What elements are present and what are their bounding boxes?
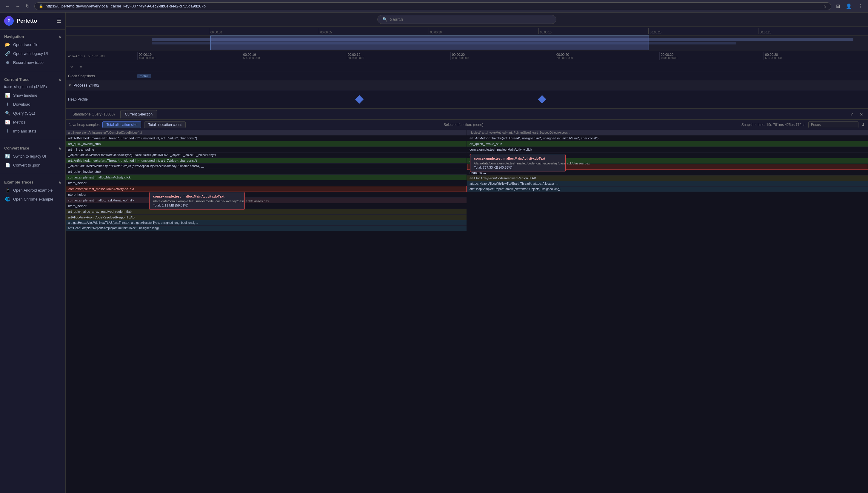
fg-row-r-0[interactable]: _jobject* art::InvokeMethod<(art::Pointe… <box>467 130 868 135</box>
fg-row-l-15[interactable]: artAllocArrayFromCodeResolvedRegionTLAB <box>66 215 467 220</box>
navigation-section-header[interactable]: Navigation ∧ <box>0 33 65 40</box>
browser-nav-buttons: ← → ↻ <box>4 3 31 9</box>
minimap-canvas[interactable] <box>137 36 868 50</box>
tab-close-icon[interactable]: ✕ <box>857 111 866 118</box>
flamegraph-download-icon[interactable]: ⬇ <box>862 122 865 127</box>
switch-icon: 🔄 <box>5 154 10 158</box>
search-input-wrap[interactable]: 🔍 <box>377 15 556 24</box>
sidebar-item-convert-json[interactable]: 📄 Convert to .json <box>0 160 65 170</box>
ruler-tick-5: 00:00:25 <box>758 28 868 34</box>
fg-row-l-13[interactable]: nterp_helper <box>66 203 467 209</box>
fg-row-l-2[interactable]: art_quick_invoke_stub <box>66 141 467 147</box>
sidebar-item-query-sql[interactable]: 🔍 Query (SQL) <box>0 109 65 117</box>
fg-row-l-4[interactable]: _jobject* art::JniMethodStart<(art::JniV… <box>66 152 467 158</box>
ruler-tick-3: 00:00:15 <box>538 28 648 34</box>
time-marker-5: 00:00:20 200 000 000 <box>555 52 659 60</box>
bottom-panel: Standalone Query (10000) Current Selecti… <box>66 108 868 234</box>
search-input[interactable] <box>390 17 551 22</box>
flamegraph-controls: Java heap samples Total allocation size … <box>66 120 868 130</box>
minimap[interactable] <box>66 36 868 50</box>
sidebar-item-open-trace[interactable]: 📂 Open trace file <box>0 40 65 49</box>
fg-row-r-6[interactable]: com.example.test_malloc.MainActivity.doT… <box>467 164 868 170</box>
refresh-button[interactable]: ↻ <box>24 3 31 9</box>
tab-expand-icon[interactable]: ⤢ <box>848 111 856 118</box>
process-row[interactable]: ▼ Process 24492 <box>66 80 868 90</box>
profile-icon[interactable]: 👤 <box>844 3 854 9</box>
sidebar-item-metrics[interactable]: 📈 Metrics <box>0 117 65 127</box>
fg-row-l-16[interactable]: art::gc::Heap::AllocWithNewTLAB(art::Thr… <box>66 220 467 226</box>
example-traces-chevron-icon: ∧ <box>59 180 61 185</box>
sidebar-item-chrome-example[interactable]: 🌐 Open Chrome example <box>0 195 65 203</box>
time-marker-7: 00:00:20 600 000 000 <box>764 52 868 60</box>
fg-row-l-6[interactable]: _jobject* art::InvokeMethod<(art::Pointe… <box>66 164 467 169</box>
total-allocation-count-button[interactable]: Total allocation count <box>144 122 185 128</box>
fg-row-l-3[interactable]: art_jni_trampoline <box>66 147 467 152</box>
menu-icon[interactable]: ⋮ <box>856 3 864 9</box>
lock-icon: 🔒 <box>39 4 43 8</box>
tab-current-selection[interactable]: Current Selection <box>120 110 157 119</box>
navigation-chevron-icon: ∧ <box>59 35 61 39</box>
snapshot-time-label: Snapshot time: 19s 781ms 425us 772ns <box>741 123 805 127</box>
fg-row-r-8[interactable]: artAllocArrayFromCodeResolvedRegionTLAB <box>467 175 868 181</box>
heap-diamond-1[interactable] <box>355 95 363 103</box>
focus-input[interactable] <box>808 122 859 128</box>
heap-diamond-2[interactable] <box>538 95 546 103</box>
fg-row-l-8[interactable]: com.example.test_malloc.MainActivity.cli… <box>66 175 467 180</box>
fg-row-l-14[interactable]: art_quick_alloc_array_resolved_region_tl… <box>66 209 467 215</box>
fg-row-l-0[interactable]: art::interpreter::ArtInterpreterToCompil… <box>66 130 467 135</box>
fg-row-l-11[interactable]: nterp_helper <box>66 192 467 197</box>
forward-button[interactable]: → <box>14 3 22 9</box>
fg-row-l-10[interactable]: com.example.test_malloc.MainActivity.doT… <box>66 186 467 192</box>
sidebar-item-android-example[interactable]: 📱 Open Android example <box>0 186 65 195</box>
example-traces-section-header[interactable]: Example Traces ∧ <box>0 178 65 186</box>
fg-row-r-3[interactable]: com.example.test_malloc.MainActivity.cli… <box>467 147 868 152</box>
fg-row-r-4[interactable]: nterp_helper <box>467 152 868 158</box>
metrics-icon: 📈 <box>5 120 10 125</box>
tab-standalone-query[interactable]: Standalone Query (10000) <box>68 110 119 118</box>
clock-badge: metric <box>137 74 151 78</box>
fg-row-l-12[interactable]: com.example.test_malloc.TaskRunable.<ini… <box>66 197 467 203</box>
convert-trace-section-header[interactable]: Convert trace ∧ <box>0 144 65 152</box>
sidebar-item-switch-legacy[interactable]: 🔄 Switch to legacy UI <box>0 152 65 160</box>
fg-row-r-2[interactable]: art_quick_invoke_stub <box>467 141 868 147</box>
divider-2 <box>0 140 65 140</box>
info-icon: ℹ <box>5 129 10 133</box>
total-allocation-size-button[interactable]: Total allocation size <box>102 122 141 128</box>
fg-row-r-7[interactable]: nterp_hel... <box>467 170 868 175</box>
sidebar-item-info-stats[interactable]: ℹ Info and stats <box>0 127 65 135</box>
url-bar[interactable]: 🔒 https://ui.perfetto.dev/#!/viewer?loca… <box>34 2 831 10</box>
close-tool-button[interactable]: ✕ <box>68 64 75 70</box>
fg-row-l-5[interactable]: art::ArtMethod::Invoke(art::Thread*, uns… <box>66 158 467 164</box>
heap-profile-label: Heap Profile <box>66 97 137 102</box>
fg-row-l-7[interactable]: art_quick_invoke_stub <box>66 169 467 175</box>
sidebar-item-show-timeline[interactable]: 📊 Show timeline <box>0 91 65 100</box>
timeline-ruler: 00:00:00 00:00:05 00:00:10 00:00:15 00:0… <box>66 26 868 36</box>
record-icon: ⏺ <box>5 60 10 65</box>
clock-snapshots-row: Clock Snapshots metric <box>66 72 868 80</box>
sidebar-item-download[interactable]: ⬇ Download <box>0 100 65 109</box>
fg-row-l-9[interactable]: nterp_helper <box>66 180 467 186</box>
clock-snapshots-label: Clock Snapshots <box>68 74 137 78</box>
flamegraph-col-right: _jobject* art::InvokeMethod<(art::Pointe… <box>467 130 868 234</box>
fg-row-l-1[interactable]: art::ArtMethod::Invoke(art::Thread*, uns… <box>66 135 467 141</box>
fg-row-r-9[interactable]: art::gc::Heap::AllocWithNewTLAB(art::Thr… <box>467 181 868 187</box>
trace-info: trace_single_conti (42 MB) <box>0 83 65 91</box>
time-markers: 00:00:19 400 000 000 00:00:19 600 000 00… <box>137 52 868 60</box>
sidebar-item-record-trace[interactable]: ⏺ Record new trace <box>0 58 65 67</box>
fg-row-l-17[interactable]: art::HeapSampler::ReportSample(art::mirr… <box>66 226 467 231</box>
back-button[interactable]: ← <box>4 3 12 9</box>
browser-actions: ⊞ 👤 ⋮ <box>834 3 864 9</box>
current-trace-section-header[interactable]: Current Trace ∧ <box>0 76 65 83</box>
fg-row-r-10[interactable]: art::HeapSampler::ReportSample(art::mirr… <box>467 187 868 192</box>
fg-row-r-5[interactable]: art_quick <box>467 158 868 164</box>
fg-row-r-1[interactable]: art::ArtMethod::Invoke(art::Thread*, uns… <box>467 135 868 141</box>
process-chevron-icon: ▼ <box>68 83 72 87</box>
search-icon: 🔍 <box>382 17 387 22</box>
extensions-icon[interactable]: ⊞ <box>834 3 842 9</box>
ruler-tick-1: 00:00:05 <box>319 28 429 34</box>
hamburger-icon[interactable]: ☰ <box>57 18 61 24</box>
sidebar-item-legacy-ui[interactable]: 🔗 Open with legacy UI <box>0 49 65 58</box>
process-name: Process 24492 <box>73 83 99 87</box>
menu-tool-button[interactable]: ≡ <box>78 64 84 70</box>
time-marker-1: 00:00:19 400 000 000 <box>137 52 242 60</box>
